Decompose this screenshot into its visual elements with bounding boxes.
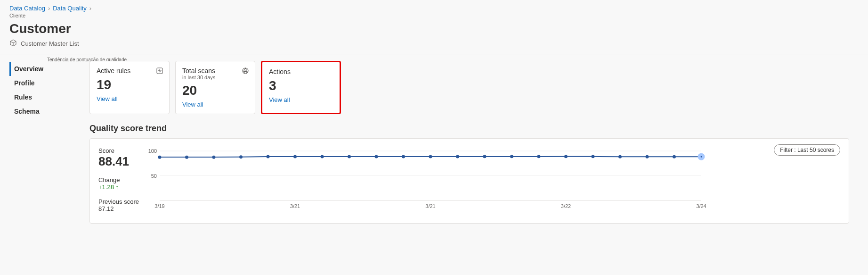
card-title: Active rules (97, 67, 162, 75)
line-chart: 100503/193/213/213/223/24 (146, 146, 840, 214)
prev-score-label: Previous score (98, 198, 141, 205)
chart-card: Filter : Last 50 scores Score 88.41 Chan… (89, 138, 849, 224)
sidebar-item-schema[interactable]: Schema (9, 104, 89, 118)
svg-text:3/21: 3/21 (425, 203, 435, 209)
svg-point-11 (267, 155, 270, 158)
heartbeat-icon (156, 67, 163, 76)
svg-point-18 (456, 155, 459, 158)
chevron-right-icon: › (48, 5, 50, 12)
subtitle-text: Customer Master List (21, 40, 79, 47)
svg-point-25 (646, 155, 649, 158)
card-value: 19 (97, 77, 162, 92)
svg-point-9 (212, 156, 216, 159)
card-title: Total scans (182, 67, 248, 75)
svg-point-23 (592, 155, 595, 158)
score-panel: Score 88.41 Change +1.28 ↑ Previous scor… (98, 146, 141, 214)
sidebar-item-overview[interactable]: Overview (9, 62, 89, 76)
svg-text:3/21: 3/21 (290, 203, 300, 209)
svg-text:3/24: 3/24 (696, 203, 706, 209)
svg-point-20 (510, 155, 513, 158)
filter-button[interactable]: Filter : Last 50 scores (774, 144, 840, 156)
summary-cards: Active rules19View allTotal scansin last… (89, 61, 849, 114)
svg-point-17 (429, 155, 432, 158)
svg-point-16 (402, 155, 405, 158)
breadcrumb-item-data-quality[interactable]: Data Quality (53, 5, 87, 12)
sidebar: OverviewProfileRulesSchema (0, 55, 89, 224)
svg-point-21 (537, 155, 541, 158)
svg-text:3/22: 3/22 (561, 203, 571, 209)
svg-text:50: 50 (151, 173, 157, 179)
svg-point-10 (239, 155, 243, 158)
cube-icon (9, 39, 17, 48)
score-value: 88.41 (98, 154, 141, 169)
breadcrumb: Data Catalog › Data Quality › (9, 5, 859, 12)
sidebar-item-rules[interactable]: Rules (9, 90, 89, 104)
svg-point-7 (158, 156, 162, 159)
svg-point-19 (483, 155, 487, 158)
sidebar-item-profile[interactable]: Profile (9, 76, 89, 90)
svg-text:3/19: 3/19 (154, 203, 164, 209)
chevron-right-icon: › (89, 5, 91, 12)
svg-point-27 (699, 155, 704, 159)
change-value: +1.28 ↑ (98, 183, 141, 191)
card-value: 3 (269, 78, 333, 93)
card-total-scans: Total scansin last 30 days20View all (175, 61, 255, 114)
svg-point-12 (293, 155, 297, 158)
svg-point-13 (321, 155, 324, 158)
breadcrumb-sub: Cliente (9, 13, 859, 18)
score-label: Score (98, 147, 141, 154)
svg-point-14 (348, 155, 351, 158)
prev-score-value: 87.12 (98, 205, 141, 212)
change-label: Change (98, 176, 141, 183)
section-title-quality-trend: Quality score trend (89, 124, 849, 133)
main-content: Tendência de pontuação de qualidade Acti… (89, 55, 868, 224)
page-title: Customer (9, 21, 859, 36)
svg-point-15 (375, 155, 378, 158)
svg-text:100: 100 (148, 148, 157, 154)
svg-point-22 (564, 155, 568, 158)
card-viewall-link[interactable]: View all (97, 95, 118, 102)
aperture-icon (242, 67, 249, 76)
card-actions: Actions3View all (261, 61, 341, 114)
svg-point-8 (185, 156, 188, 159)
card-viewall-link[interactable]: View all (269, 96, 290, 103)
card-active-rules: Active rules19View all (89, 61, 170, 114)
card-viewall-link[interactable]: View all (182, 101, 203, 108)
svg-point-26 (673, 155, 676, 158)
card-value: 20 (182, 83, 248, 98)
svg-point-24 (618, 155, 622, 158)
card-title: Actions (269, 68, 333, 75)
breadcrumb-item-data-catalog[interactable]: Data Catalog (9, 5, 45, 12)
card-subtitle: in last 30 days (182, 75, 248, 80)
